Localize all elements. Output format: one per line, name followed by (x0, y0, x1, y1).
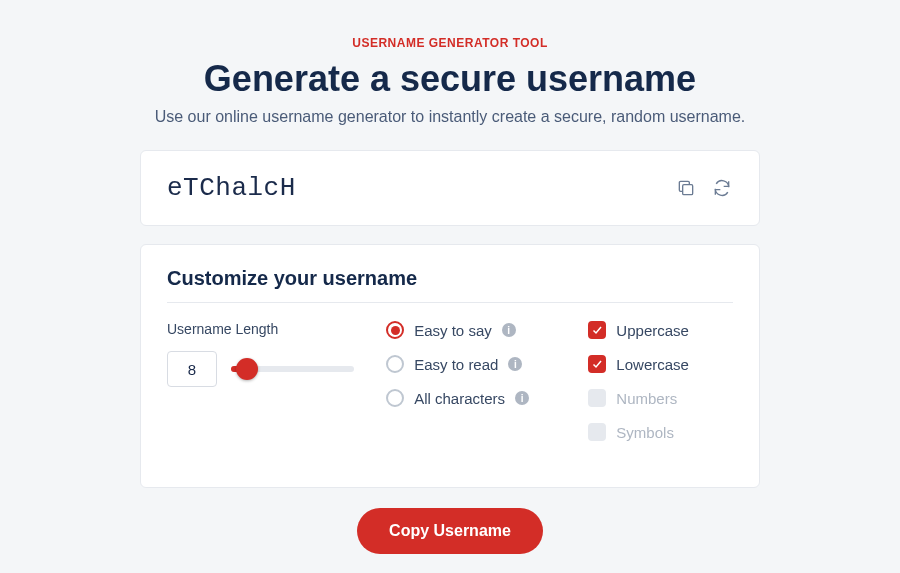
checkbox-label: Lowercase (616, 356, 689, 373)
svg-rect-0 (683, 185, 693, 195)
info-icon[interactable]: i (515, 391, 529, 405)
generated-username-value: eTChalcH (167, 173, 296, 203)
info-icon[interactable]: i (502, 323, 516, 337)
info-icon[interactable]: i (508, 357, 522, 371)
checkbox-label: Symbols (616, 424, 674, 441)
checkbox-icon (588, 355, 606, 373)
checkbox-icon (588, 389, 606, 407)
copy-icon[interactable] (675, 177, 697, 199)
checkbox-icon (588, 321, 606, 339)
mode-all-characters[interactable]: All characters i (386, 389, 556, 407)
checkbox-lowercase[interactable]: Lowercase (588, 355, 733, 373)
eyebrow-label: USERNAME GENERATOR TOOL (110, 36, 790, 50)
divider (167, 302, 733, 303)
length-label: Username Length (167, 321, 354, 337)
mode-label: Easy to say (414, 322, 492, 339)
checkbox-label: Uppercase (616, 322, 689, 339)
checkbox-uppercase[interactable]: Uppercase (588, 321, 733, 339)
checkbox-symbols: Symbols (588, 423, 733, 441)
generated-username-card: eTChalcH (140, 150, 760, 226)
mode-easy-to-say[interactable]: Easy to say i (386, 321, 556, 339)
page-title: Generate a secure username (110, 58, 790, 100)
customize-card: Customize your username Username Length … (140, 244, 760, 488)
checkbox-label: Numbers (616, 390, 677, 407)
mode-easy-to-read[interactable]: Easy to read i (386, 355, 556, 373)
length-input[interactable]: 8 (167, 351, 217, 387)
mode-label: Easy to read (414, 356, 498, 373)
mode-label: All characters (414, 390, 505, 407)
page-subtitle: Use our online username generator to ins… (110, 108, 790, 126)
length-slider[interactable] (231, 358, 354, 380)
radio-icon (386, 321, 404, 339)
checkbox-numbers: Numbers (588, 389, 733, 407)
refresh-icon[interactable] (711, 177, 733, 199)
copy-username-button[interactable]: Copy Username (357, 508, 543, 554)
radio-icon (386, 389, 404, 407)
checkbox-icon (588, 423, 606, 441)
radio-icon (386, 355, 404, 373)
customize-title: Customize your username (167, 267, 733, 290)
